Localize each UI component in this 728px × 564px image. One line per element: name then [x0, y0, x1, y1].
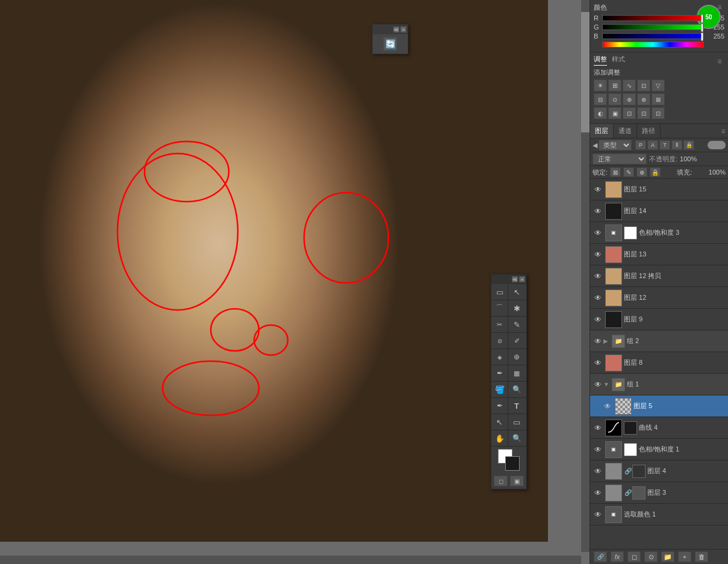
- eye-icon[interactable]: 👁: [593, 315, 603, 324]
- eye-icon[interactable]: 👁: [593, 467, 603, 476]
- b-slider-track[interactable]: [602, 33, 704, 39]
- lasso-tool[interactable]: ⌒: [491, 300, 508, 316]
- canvas-rotate-icon[interactable]: 🔄: [383, 37, 397, 51]
- layer-item[interactable]: 👁 图层 12 拷贝: [590, 265, 728, 287]
- eye-icon[interactable]: 👁: [593, 250, 603, 259]
- g-slider-thumb[interactable]: [701, 23, 703, 32]
- eye-icon[interactable]: 👁: [593, 445, 603, 454]
- layer-item[interactable]: 👁 ▣ 选取颜色 1: [590, 504, 728, 525]
- eye-icon[interactable]: 👁: [593, 510, 603, 519]
- zoom-tool[interactable]: 🔍: [508, 430, 525, 446]
- b-slider-thumb[interactable]: [701, 33, 703, 41]
- eye-icon[interactable]: 👁: [593, 359, 603, 367]
- adj-threshold[interactable]: ⊡: [623, 107, 636, 119]
- adj-curves[interactable]: ∿: [623, 79, 636, 91]
- tab-channels[interactable]: 通道: [614, 124, 637, 138]
- filter-shape-icon[interactable]: Ⅱ: [671, 140, 682, 150]
- marquee-tool[interactable]: ▭: [491, 284, 508, 300]
- adj-invert[interactable]: ◐: [594, 107, 607, 119]
- layer-link-button[interactable]: 🔗: [594, 551, 607, 562]
- canvas-hscrollbar[interactable]: [0, 556, 581, 564]
- group-expand-icon[interactable]: ▼: [603, 381, 612, 388]
- lock-transparent-btn[interactable]: ⊠: [610, 167, 621, 177]
- tab-paths[interactable]: 路径: [637, 124, 661, 138]
- layer-item[interactable]: 👁 图层 13: [590, 244, 728, 265]
- pen-tool[interactable]: ✒: [491, 398, 508, 414]
- adjustments-panel-menu[interactable]: ≡: [715, 57, 724, 66]
- rainbow-slider-track[interactable]: [602, 42, 704, 48]
- adj-levels[interactable]: ⊞: [608, 79, 621, 91]
- layer-item[interactable]: 👁 图层 15: [590, 179, 728, 200]
- r-slider-track[interactable]: [602, 15, 704, 21]
- quick-mask-btn[interactable]: ◻: [494, 476, 508, 486]
- float-toolbar-close[interactable]: ×: [400, 26, 406, 33]
- filter-adjust-icon[interactable]: A: [647, 140, 658, 150]
- eye-icon[interactable]: 👁: [593, 272, 603, 280]
- layer-delete-button[interactable]: 🗑: [695, 551, 708, 562]
- background-color[interactable]: [505, 456, 520, 471]
- layer-item[interactable]: 👁 🔗 图层 3: [590, 482, 728, 504]
- adj-color-balance[interactable]: ⊙: [608, 93, 621, 105]
- gradient-tool[interactable]: ▦: [508, 365, 525, 381]
- layer-item[interactable]: 👁 ▣ 色相/饱和度 1: [590, 439, 728, 460]
- adj-exposure[interactable]: ⊡: [637, 79, 650, 91]
- float-toolbar[interactable]: ≪ × 🔄: [372, 24, 408, 54]
- eye-icon[interactable]: 👁: [593, 185, 603, 194]
- filter-pixel-icon[interactable]: P: [635, 140, 646, 150]
- text-tool[interactable]: T: [508, 398, 525, 414]
- layer-item[interactable]: 👁 图层 8: [590, 352, 728, 374]
- layer-group-item[interactable]: 👁 ▶ 📁 组 2: [590, 330, 728, 352]
- path-select-tool[interactable]: ↖: [491, 414, 508, 430]
- color-squares[interactable]: [498, 449, 520, 471]
- lock-all-btn[interactable]: 🔒: [650, 167, 661, 177]
- screen-mode-btn[interactable]: ▣: [510, 476, 524, 486]
- hand-tool[interactable]: ✋: [491, 430, 508, 446]
- lock-position-btn[interactable]: ⊕: [636, 167, 647, 177]
- adj-brightness[interactable]: ☀: [594, 79, 607, 91]
- eye-icon[interactable]: 👁: [593, 229, 603, 237]
- heal-tool[interactable]: ⊘: [491, 333, 508, 349]
- tab-styles[interactable]: 样式: [612, 55, 625, 66]
- layer-item[interactable]: 👁 图层 9: [590, 309, 728, 330]
- eye-icon[interactable]: 👁: [593, 489, 603, 497]
- adj-channel-mixer[interactable]: ⊠: [652, 93, 665, 105]
- filter-smart-icon[interactable]: 🔒: [683, 140, 694, 150]
- layer-fx-button[interactable]: fx: [611, 551, 624, 562]
- layers-panel-menu[interactable]: ≡: [718, 126, 728, 136]
- lock-paint-btn[interactable]: ✎: [623, 167, 634, 177]
- adj-hue-sat[interactable]: ⊟: [594, 93, 607, 105]
- canvas-scrollbar[interactable]: [581, 0, 590, 552]
- shape-tool[interactable]: ▭: [508, 414, 525, 430]
- blend-mode-dropdown[interactable]: 正常: [593, 153, 647, 164]
- layer-adjustment-button[interactable]: ⊙: [644, 551, 658, 562]
- tab-adjustments[interactable]: 调整: [594, 55, 607, 66]
- eye-icon[interactable]: 👁: [593, 337, 603, 346]
- adj-gradient-map[interactable]: ⊡: [637, 107, 650, 119]
- float-toolbar-collapse[interactable]: ≪: [393, 26, 399, 33]
- layer-item[interactable]: 👁 图层 14: [590, 200, 728, 222]
- layer-item[interactable]: 👁 🔗 图层 4: [590, 460, 728, 482]
- layer-item[interactable]: 👁 曲线 4: [590, 417, 728, 439]
- adj-selective-color[interactable]: ⊡: [652, 107, 665, 119]
- magic-wand-tool[interactable]: ✱: [508, 300, 525, 316]
- r-slider-thumb[interactable]: [701, 14, 703, 23]
- eraser-tool[interactable]: ✒: [491, 365, 508, 381]
- filter-type-icon[interactable]: T: [659, 140, 670, 150]
- eye-icon[interactable]: 👁: [593, 207, 603, 215]
- layer-group-button[interactable]: 📁: [661, 551, 674, 562]
- canvas-scrollbar-thumb[interactable]: [581, 12, 590, 132]
- filter-type-dropdown[interactable]: 类型: [599, 140, 632, 150]
- layer-item[interactable]: 👁 图层 12: [590, 287, 728, 309]
- history-brush-tool[interactable]: ◈: [491, 349, 508, 365]
- g-slider-track[interactable]: [602, 24, 704, 30]
- eye-icon[interactable]: 👁: [593, 380, 603, 389]
- layer-item[interactable]: 👁 ▣ 色相/饱和度 3: [590, 222, 728, 244]
- layer-group-item[interactable]: 👁 ▼ 📁 组 1: [590, 374, 728, 395]
- eye-icon[interactable]: 👁: [593, 424, 603, 432]
- tab-layers[interactable]: 图层: [590, 124, 614, 138]
- adj-photo-filter[interactable]: ⊗: [637, 93, 650, 105]
- adj-posterize[interactable]: ▣: [608, 107, 621, 119]
- eye-icon[interactable]: 👁: [602, 402, 613, 411]
- layer-item-active[interactable]: 👁 图层 5: [590, 395, 728, 417]
- tools-close[interactable]: ×: [519, 276, 525, 282]
